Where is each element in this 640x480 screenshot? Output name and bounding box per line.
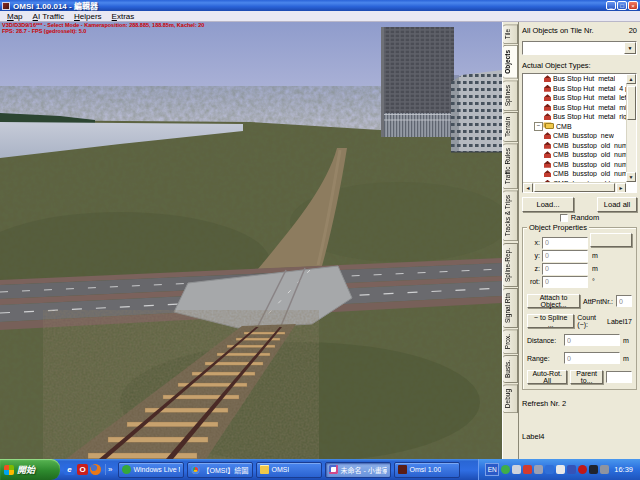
task-buttons: Windows Live Mesen... 【OMSI】繪圖版 Phots...… xyxy=(114,462,460,478)
scroll-down-button[interactable]: ▼ xyxy=(626,172,636,182)
panel-tab[interactable]: Spline-Rep. xyxy=(503,243,518,287)
coord-field-input[interactable] xyxy=(542,250,588,262)
taskbar-button-icon xyxy=(191,465,200,474)
taskbar-button-icon xyxy=(329,465,338,474)
vertical-scrollbar[interactable]: ▲ ▼ xyxy=(626,74,636,182)
panel-tab-strip: TileObjectsSplinesTerrainTraffic RulesTr… xyxy=(503,24,518,414)
taskbar-button-icon xyxy=(398,465,407,474)
object-tree-item[interactable]: Bus Stop Hut_metal_middle xyxy=(523,103,626,113)
unlabeled-button[interactable] xyxy=(590,233,632,247)
quick-launch-overflow-chevron[interactable]: » xyxy=(106,465,114,474)
start-button[interactable]: 開始 xyxy=(0,459,60,480)
taskbar-button-label: 未命名 - 小畫家 xyxy=(340,465,387,475)
scroll-up-button[interactable]: ▲ xyxy=(626,74,636,84)
panel-tab[interactable]: Objects xyxy=(503,45,518,79)
scroll-right-button[interactable]: ► xyxy=(616,183,626,193)
coord-field-input[interactable] xyxy=(542,237,588,249)
panel-tab[interactable]: Prox. xyxy=(503,329,518,354)
object-type-label: CMB_busstop_old_number_plate(bl xyxy=(553,151,626,158)
scroll-left-button[interactable]: ◄ xyxy=(523,183,533,193)
random-checkbox[interactable] xyxy=(560,214,568,222)
tray-icon[interactable] xyxy=(501,465,510,474)
tray-icon[interactable] xyxy=(512,465,521,474)
panel-tab[interactable]: Tracks & Trips xyxy=(503,190,518,241)
language-indicator[interactable]: EN xyxy=(485,463,499,476)
quick-launch-icon[interactable] xyxy=(77,464,88,475)
combo-dropdown-button[interactable]: ▼ xyxy=(624,42,636,54)
vertical-scroll-thumb[interactable] xyxy=(627,86,636,120)
coord-field-unit: m xyxy=(592,252,598,259)
menu-item[interactable]: Extras xyxy=(107,12,140,21)
objects-tab-content: All Objects on Tile Nr. 20 ▼ Actual Obje… xyxy=(518,22,640,459)
coord-field-input[interactable] xyxy=(542,276,588,288)
object-type-label: Bus Stop Hut_metal_4 pillars xyxy=(553,85,626,92)
objects-on-tile-value: 20 xyxy=(629,26,637,35)
object-tree-item[interactable]: CMB_busstop_old_number_plate xyxy=(523,141,626,151)
object-type-icon xyxy=(544,85,551,92)
attpntnr-input[interactable] xyxy=(616,295,632,307)
object-tree-item[interactable]: CMB_busstop_new xyxy=(523,131,626,141)
menu-item[interactable]: AI Traffic xyxy=(28,12,69,21)
viewport-3d-scene[interactable] xyxy=(0,22,502,459)
tray-icon[interactable] xyxy=(589,465,598,474)
panel-tab[interactable]: Debug xyxy=(503,384,518,413)
menu-item[interactable]: Map xyxy=(2,12,28,21)
tray-icon[interactable] xyxy=(523,465,532,474)
coord-field-unit: ° xyxy=(592,278,595,285)
auto-rot-all-button[interactable]: Auto-Rot. All xyxy=(527,370,567,384)
minimize-button[interactable]: _ xyxy=(606,1,616,10)
to-spline-button[interactable]: ~ to Spline ... xyxy=(527,314,574,328)
coord-field-label: rot: xyxy=(527,278,540,285)
menu-item[interactable]: Helpers xyxy=(69,12,107,21)
attach-to-object-button[interactable]: Attach to Object... xyxy=(527,294,580,308)
editor-tool-panel: TileObjectsSplinesTerrainTraffic RulesTr… xyxy=(502,22,640,459)
quick-launch-icon[interactable] xyxy=(90,464,101,475)
distance-input[interactable] xyxy=(564,334,620,346)
taskbar-button[interactable]: 【OMSI】繪圖版 Phots... xyxy=(187,462,253,478)
object-tree-item[interactable]: Bus Stop Hut_metal_right xyxy=(523,112,626,122)
tray-icon[interactable] xyxy=(567,465,576,474)
object-type-label: CMB_busstop_new xyxy=(553,132,614,139)
object-tree-item[interactable]: CMB_busstop_old_number_plate(bl xyxy=(523,150,626,160)
object-tree-item[interactable]: Bus Stop Hut_metal_left xyxy=(523,93,626,103)
tray-icon[interactable] xyxy=(578,465,587,474)
parent-to-button[interactable]: Parent to... xyxy=(570,370,603,384)
windows-flag-icon xyxy=(4,465,14,475)
taskbar-button[interactable]: Omsi 1.00 xyxy=(394,462,460,478)
taskbar-button[interactable]: 未命名 - 小畫家 xyxy=(325,462,391,478)
count-value: Label17 xyxy=(607,318,632,325)
close-button[interactable]: × xyxy=(628,1,638,10)
taskbar-button[interactable]: OMSI xyxy=(256,462,322,478)
panel-tab[interactable]: Signal Rtn xyxy=(503,288,518,328)
panel-tab[interactable]: Terrain xyxy=(503,112,518,142)
object-tree-item[interactable]: CMB_busstop_old_number_plate(gr xyxy=(523,160,626,170)
horizontal-scrollbar[interactable]: ◄ ► xyxy=(523,182,626,192)
coord-field-unit: m xyxy=(592,265,598,272)
panel-tab[interactable]: Busts. xyxy=(503,355,518,383)
tray-icon[interactable] xyxy=(534,465,543,474)
tray-icon[interactable] xyxy=(556,465,565,474)
horizontal-scroll-thumb[interactable] xyxy=(534,183,615,192)
object-combo-input[interactable] xyxy=(523,42,624,54)
taskbar-button[interactable]: Windows Live Mesen... xyxy=(118,462,184,478)
object-tree-item[interactable]: CMB_busstop_old_number_plate(ye xyxy=(523,169,626,179)
tray-icon[interactable] xyxy=(545,465,554,474)
object-tree-item[interactable]: Bus Stop Hut_metal xyxy=(523,74,626,84)
panel-tab[interactable]: Traffic Rules xyxy=(503,143,518,189)
taskbar-button-icon xyxy=(122,465,131,474)
tray-icon[interactable] xyxy=(600,465,609,474)
range-input[interactable] xyxy=(564,352,620,364)
maximize-button[interactable]: □ xyxy=(617,1,627,10)
object-tree-item[interactable]: CMB xyxy=(523,122,626,132)
distance-unit: m xyxy=(623,337,629,344)
panel-tab[interactable]: Splines xyxy=(503,80,518,111)
load-all-button[interactable]: Load all xyxy=(597,197,637,212)
parent-to-input[interactable] xyxy=(606,371,632,383)
title-bar[interactable]: OMSI 1.00.014 - 編輯器 _ □ × xyxy=(0,0,640,11)
viewport-3d[interactable]: V3D/D3D9/16*** - Select Mode - Kamerapos… xyxy=(0,22,502,459)
panel-tab[interactable]: Tile xyxy=(503,24,518,44)
quick-launch-icon[interactable] xyxy=(64,464,75,475)
object-tree-item[interactable]: Bus Stop Hut_metal_4 pillars xyxy=(523,84,626,94)
coord-field-input[interactable] xyxy=(542,263,588,275)
load-button[interactable]: Load... xyxy=(522,197,574,212)
